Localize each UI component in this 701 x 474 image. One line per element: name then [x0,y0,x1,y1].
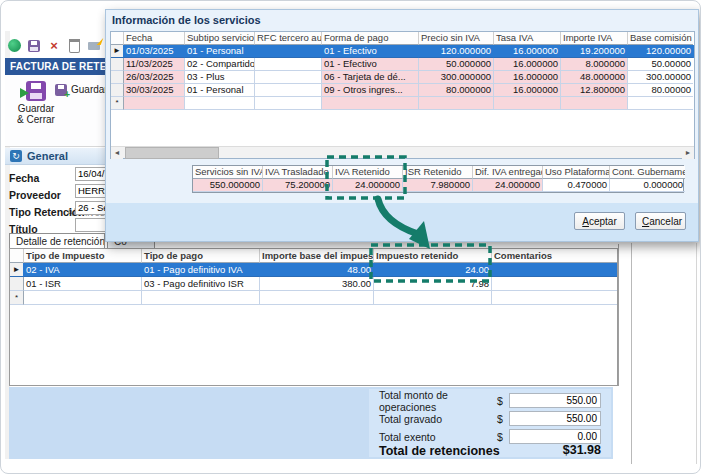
grid-cell[interactable]: 12.800000 [561,84,628,97]
grid-cell[interactable]: 300.00000 [628,71,693,84]
column-header[interactable]: Comentarios [492,249,617,263]
total-exento-input[interactable]: 0.00 [509,429,601,444]
grid-cell[interactable] [260,291,374,305]
grid-cell[interactable]: 01 - Efectivo [322,45,419,58]
grid-cell[interactable] [492,291,617,305]
column-header[interactable]: RFC tercero autorizado [255,32,322,45]
app-icon[interactable] [7,39,21,53]
aceptar-button[interactable]: Aceptar [574,212,625,230]
grid-cell[interactable]: 300.000000 [419,71,494,84]
save-close-button[interactable]: Guardar & Cerrar [13,78,59,140]
grid-cell[interactable]: 50.00000 [628,58,693,71]
grid-cell[interactable]: 26/03/2025 [124,71,185,84]
cancelar-button[interactable]: Cancelar [635,212,686,230]
grid-cell[interactable]: 02 - Compartido [185,58,255,71]
column-header[interactable]: Importe base del impuesto [260,249,374,263]
grid-cell[interactable]: 01 - Personal [185,84,255,97]
grid-cell[interactable] [419,97,494,110]
grid-cell[interactable]: 16.000000 [494,71,561,84]
grid-cell[interactable] [255,84,322,97]
grid-cell[interactable] [142,291,260,305]
table-row[interactable]: ► 01/03/2025 01 - Personal 01 - Efectivo… [111,45,694,58]
column-header[interactable]: Tipo de Impuesto [24,249,142,263]
grid-cell[interactable]: 24.00 [374,263,492,277]
table-row[interactable]: 30/03/2025 01 - Personal 09 - Otros ingr… [111,84,694,97]
close-record-icon[interactable]: × [47,39,61,53]
column-header[interactable]: Tasa IVA [494,32,561,45]
grid-cell[interactable]: 16.000000 [494,84,561,97]
table-row[interactable]: 01 - ISR 03 - Pago definitivo ISR 380.00… [10,277,617,291]
grid-cell[interactable] [492,263,617,277]
grid-cell[interactable]: 11/03/2025 [124,58,185,71]
column-header[interactable]: Subtipo servicio [185,32,255,45]
grid-cell[interactable]: 8.000000 [561,58,628,71]
total-gravado-input[interactable]: 550.00 [509,411,601,426]
table-row[interactable]: ► 02 - IVA 01 - Pago definitivo IVA 48.0… [10,263,617,277]
column-header[interactable]: Precio sin IVA [419,32,494,45]
grid-cell[interactable] [185,97,255,110]
save-icon[interactable] [27,39,41,53]
trash-icon[interactable] [67,39,81,53]
grid-cell[interactable]: 7.98 [374,277,492,291]
grid-cell[interactable]: 380.00 [260,277,374,291]
grid-cell[interactable]: 19.200000 [561,45,628,58]
row-selector[interactable] [111,84,124,97]
grid-cell[interactable] [24,291,142,305]
grid-cell[interactable]: 120.000000 [419,45,494,58]
grid-cell[interactable]: 120.00000 [628,45,693,58]
tab-detalle-retencion[interactable]: Detalle de retención [9,233,105,248]
row-selector[interactable] [111,71,124,84]
grid-cell[interactable]: 01 - ISR [24,277,142,291]
grid-cell[interactable]: 06 - Tarjeta de dé... [322,71,419,84]
grid-cell[interactable] [494,97,561,110]
grid-cell[interactable] [628,97,693,110]
grid-cell[interactable]: 02 - IVA [24,263,142,277]
row-selector[interactable] [10,277,24,291]
grid-cell[interactable]: 03 - Plus [185,71,255,84]
grid-cell[interactable] [561,97,628,110]
grid-cell[interactable]: 80.00000 [628,84,693,97]
grid-cell[interactable]: 01/03/2025 [124,45,185,58]
horizontal-scrollbar[interactable]: ◄ ► [111,146,694,158]
quick-access-toolbar: × ✉ [7,37,121,54]
grid-cell[interactable]: 30/03/2025 [124,84,185,97]
row-selector[interactable] [111,58,124,71]
table-row[interactable]: 11/03/2025 02 - Compartido 01 - Efectivo… [111,58,694,71]
grid-cell[interactable] [255,71,322,84]
column-header[interactable]: Base comisión [628,32,693,45]
scroll-right-icon[interactable]: ► [682,147,694,159]
grid-cell[interactable]: 16.000000 [494,58,561,71]
grid-cell[interactable]: 80.000000 [419,84,494,97]
column-header[interactable]: Importe IVA [561,32,628,45]
fecha-label: Fecha [9,172,39,184]
grid-cell[interactable]: 48.000000 [561,71,628,84]
grid-cell[interactable]: 01 - Pago definitivo IVA [142,263,260,277]
grid-cell[interactable]: 50.000000 [419,58,494,71]
grid-cell[interactable] [255,58,322,71]
new-row[interactable]: * [10,291,617,305]
grid-cell[interactable] [124,97,185,110]
grid-cell[interactable]: 09 - Otros ingres... [322,84,419,97]
scrollbar-thumb[interactable] [125,147,219,159]
field-row-fecha: Fecha 16/04/ [9,168,39,186]
grid-cell[interactable] [374,291,492,305]
column-header[interactable]: Forma de pago [322,32,419,45]
table-row[interactable]: 26/03/2025 03 - Plus 06 - Tarjeta de dé.… [111,71,694,84]
grid-cell[interactable] [322,97,419,110]
column-header[interactable]: Tipo de pago [142,249,260,263]
total-operaciones-input[interactable]: 550.00 [509,393,601,408]
column-header[interactable]: Impuesto retenido [374,249,492,263]
grid-cell[interactable] [255,45,322,58]
new-row-icon: * [111,97,124,110]
grid-cell[interactable] [492,277,617,291]
print-icon[interactable] [87,39,101,53]
grid-cell[interactable] [255,97,322,110]
scroll-left-icon[interactable]: ◄ [111,147,123,159]
new-row[interactable]: * [111,97,694,110]
grid-cell[interactable]: 01 - Efectivo [322,58,419,71]
column-header[interactable]: Fecha [124,32,185,45]
grid-cell[interactable]: 16.000000 [494,45,561,58]
grid-cell[interactable]: 01 - Personal [185,45,255,58]
grid-cell[interactable]: 03 - Pago definitivo ISR [142,277,260,291]
grid-cell[interactable]: 48.00 [260,263,374,277]
